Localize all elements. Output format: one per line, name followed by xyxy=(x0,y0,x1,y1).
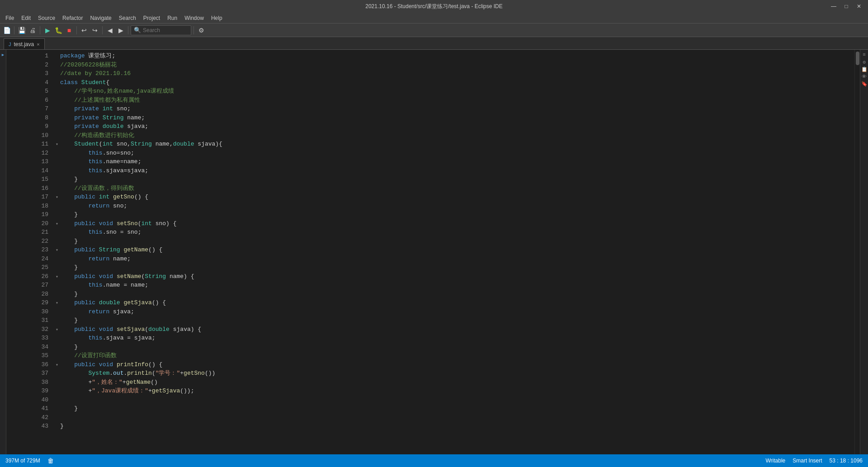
code-text: this.name = name; xyxy=(60,282,148,288)
search-input[interactable] xyxy=(143,27,188,33)
menu-navigate[interactable]: Navigate xyxy=(86,13,115,23)
code-editor[interactable]: 1package 课堂练习;2//202056228杨丽花3//date by … xyxy=(6,50,854,454)
run-button[interactable]: ▶ xyxy=(42,25,52,35)
stop-button[interactable]: ■ xyxy=(64,25,74,35)
code-text: //date by 2021.10.16 xyxy=(60,70,131,77)
editor-tab[interactable]: J test.java × xyxy=(4,38,45,49)
code-line: 12 this.sno=sno; xyxy=(33,149,854,158)
code-text: } xyxy=(60,176,78,183)
toolbar-sep-2 xyxy=(40,26,40,34)
left-gutter: ▶ xyxy=(0,50,6,454)
line-number: 37 xyxy=(33,369,48,378)
sidebar-icon-3[interactable]: 📋 xyxy=(861,66,868,72)
cursor-position[interactable]: 53 : 18 : 1096 xyxy=(830,458,863,464)
line-number: 33 xyxy=(33,334,48,343)
tab-icon: J xyxy=(9,42,11,47)
insert-mode[interactable]: Smart Insert xyxy=(793,458,822,464)
menu-edit[interactable]: Edit xyxy=(18,13,34,23)
settings-button[interactable]: ⚙ xyxy=(196,25,206,35)
toolbar-sep-6 xyxy=(193,26,194,34)
menu-source[interactable]: Source xyxy=(34,13,59,23)
code-text: public void setName(String name) { xyxy=(60,273,194,280)
memory-usage[interactable]: 397M of 729M xyxy=(5,458,40,464)
code-text: this.sjava=sjava; xyxy=(60,167,148,174)
fold-marker[interactable]: ▾ xyxy=(54,273,60,282)
fold-marker[interactable]: ▾ xyxy=(54,246,60,255)
fold-marker[interactable]: ▾ xyxy=(54,325,60,335)
code-text: //上述属性都为私有属性 xyxy=(60,97,140,104)
writable-status[interactable]: Writable xyxy=(765,458,785,464)
sidebar-icon-2[interactable]: ⚙ xyxy=(861,59,868,65)
vertical-scrollbar[interactable] xyxy=(854,50,860,454)
menu-window[interactable]: Window xyxy=(181,13,208,23)
code-line: 19 } xyxy=(33,210,854,219)
code-text: +"，Java课程成绩："+getSjava()); xyxy=(60,387,194,394)
code-line: 41 } xyxy=(33,404,854,413)
code-line: 9 private double sjava; xyxy=(33,122,854,131)
code-text: private String name; xyxy=(60,114,145,121)
line-number: 16 xyxy=(33,184,48,193)
menu-file[interactable]: File xyxy=(2,13,18,23)
code-text: } xyxy=(60,264,78,271)
code-line: 16 //设置函数，得到函数 xyxy=(33,184,854,193)
sidebar-icon-5[interactable]: 🔖 xyxy=(861,80,868,87)
fold-marker[interactable]: ▾ xyxy=(54,220,60,229)
print-button[interactable]: 🖨 xyxy=(28,25,38,35)
code-line: 22 } xyxy=(33,237,854,246)
close-button[interactable]: ✕ xyxy=(854,2,864,10)
code-text: //设置函数，得到函数 xyxy=(60,185,134,192)
menu-refactor[interactable]: Refactor xyxy=(59,13,86,23)
fold-marker[interactable]: ▾ xyxy=(54,193,60,202)
minimize-button[interactable]: — xyxy=(828,2,839,10)
code-line: 29▾ public double getSjava() { xyxy=(33,298,854,307)
toolbar-sep-5 xyxy=(128,26,128,34)
window-title: 2021.10.16 - Student/src/课堂练习/test.java … xyxy=(40,3,828,10)
fold-marker[interactable]: ▾ xyxy=(54,140,60,149)
code-text: class Student{ xyxy=(60,79,109,86)
code-text: public String getName() { xyxy=(60,246,162,253)
maximize-button[interactable]: □ xyxy=(841,2,852,10)
menu-search[interactable]: Search xyxy=(115,13,140,23)
fold-marker[interactable]: ▾ xyxy=(54,299,60,308)
main-area: ▶ 1package 课堂练习;2//202056228杨丽花3//date b… xyxy=(0,50,868,454)
menu-project[interactable]: Project xyxy=(140,13,164,23)
code-line: 17▾ public int getSno() { xyxy=(33,193,854,202)
save-button[interactable]: 💾 xyxy=(17,25,27,35)
debug-button[interactable]: 🐛 xyxy=(53,25,63,35)
code-line: 42 xyxy=(33,413,854,422)
window-controls: — □ ✕ xyxy=(828,2,864,10)
sidebar-icon-1[interactable]: ≡ xyxy=(861,52,868,58)
back-button[interactable]: ◀ xyxy=(105,25,115,35)
fold-marker[interactable]: ▾ xyxy=(54,361,60,370)
line-number: 36 xyxy=(33,360,48,369)
status-left: 397M of 729M 🗑 xyxy=(5,457,54,464)
code-content[interactable]: 1package 课堂练习;2//202056228杨丽花3//date by … xyxy=(29,50,854,454)
gutter-icon: ▶ xyxy=(0,52,6,58)
code-line: 10 //构造函数进行初始化 xyxy=(33,131,854,140)
line-number: 15 xyxy=(33,175,48,184)
undo-button[interactable]: ↩ xyxy=(79,25,89,35)
code-text: +"，姓名："+getName() xyxy=(60,379,158,386)
code-text: } xyxy=(60,211,78,218)
new-button[interactable]: 📄 xyxy=(2,25,12,35)
code-line: 33 this.sjava = sjava; xyxy=(33,334,854,343)
code-text: this.sno = sno; xyxy=(60,229,141,236)
code-text: public void setSjava(double sjava) { xyxy=(60,326,201,333)
toolbar-sep-3 xyxy=(76,26,77,34)
forward-button[interactable]: ▶ xyxy=(116,25,126,35)
scroll-thumb[interactable] xyxy=(856,52,859,65)
trash-icon[interactable]: 🗑 xyxy=(47,457,54,464)
line-number: 20 xyxy=(33,219,48,228)
redo-button[interactable]: ↪ xyxy=(90,25,100,35)
line-number: 42 xyxy=(33,413,48,422)
sidebar-icon-4[interactable]: 👁 xyxy=(861,73,868,80)
line-number: 35 xyxy=(33,351,48,360)
line-number: 38 xyxy=(33,378,48,387)
line-number: 2 xyxy=(33,61,48,70)
menu-run[interactable]: Run xyxy=(164,13,181,23)
code-line: 34 } xyxy=(33,343,854,352)
code-text: return sno; xyxy=(60,203,127,209)
tab-close-button[interactable]: × xyxy=(37,42,39,47)
menu-help[interactable]: Help xyxy=(208,13,226,23)
line-number: 7 xyxy=(33,104,48,113)
